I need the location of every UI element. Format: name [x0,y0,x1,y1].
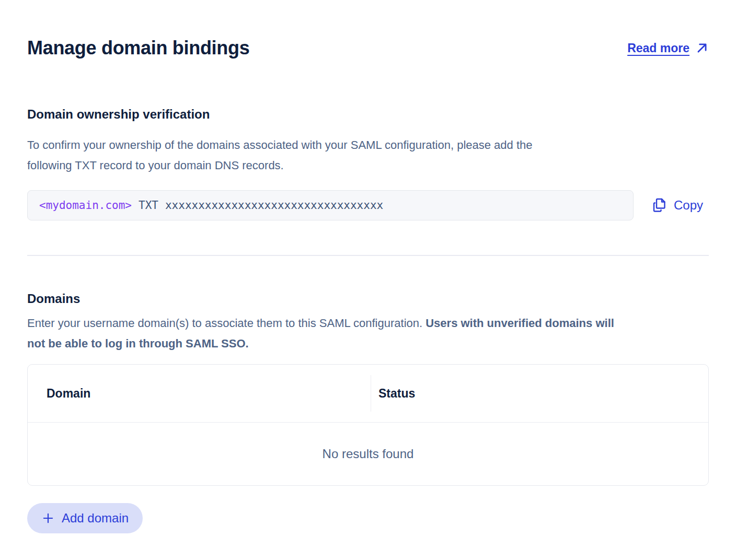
arrow-up-right-icon [695,41,709,55]
read-more-label: Read more [627,41,689,55]
page-header: Manage domain bindings Read more [27,37,709,60]
empty-state-message: No results found [323,447,414,461]
page-title: Manage domain bindings [27,37,249,59]
verification-description: To confirm your ownership of the domains… [27,135,555,176]
txt-record-domain-token: <mydomain.com> [39,199,132,212]
column-header-domain-label: Domain [47,387,90,400]
column-header-status: Status [371,387,708,401]
domains-description: Enter your username domain(s) to associa… [27,313,628,354]
verification-heading: Domain ownership verification [27,107,709,122]
txt-record-box: <mydomain.com> TXT xxxxxxxxxxxxxxxxxxxxx… [27,190,634,220]
add-domain-button-label: Add domain [62,511,129,526]
add-domain-button[interactable]: Add domain [27,503,143,533]
copy-button-label: Copy [674,198,703,213]
read-more-link[interactable]: Read more [627,41,709,55]
section-divider [27,255,709,256]
domains-description-normal: Enter your username domain(s) to associa… [27,317,426,330]
domains-table-header: Domain Status [28,365,708,423]
manage-domain-bindings-page: Manage domain bindings Read more Domain … [0,0,736,560]
column-separator [371,375,371,412]
txt-record-row: <mydomain.com> TXT xxxxxxxxxxxxxxxxxxxxx… [27,190,709,220]
txt-record-type: TXT [139,199,158,212]
column-header-domain: Domain [28,387,371,401]
plus-icon [41,511,55,525]
domains-heading: Domains [27,291,709,307]
txt-record-value: xxxxxxxxxxxxxxxxxxxxxxxxxxxxxxxxx [165,199,383,212]
copy-button[interactable]: Copy [652,197,703,213]
empty-state-row: No results found [28,423,708,485]
copy-pages-icon [652,197,666,213]
domains-table: Domain Status No results found [27,364,709,486]
column-header-status-label: Status [378,387,415,400]
